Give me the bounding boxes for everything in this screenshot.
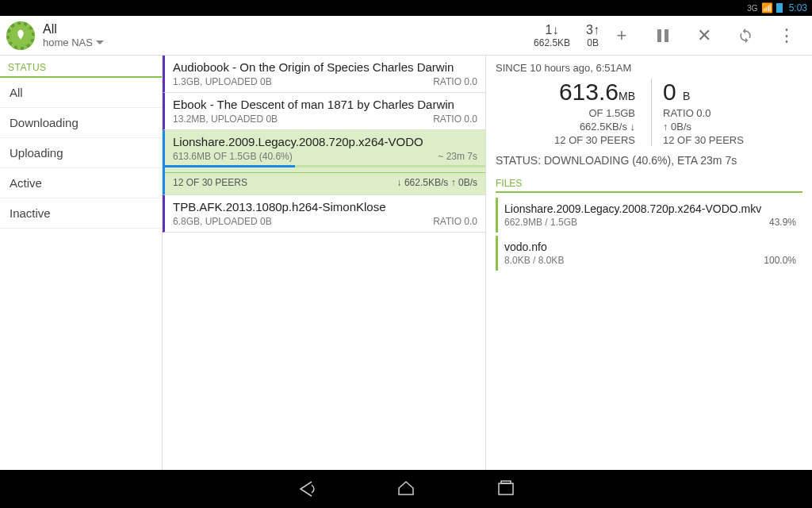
torrent-sub: 6.8GB, UPLOADED 0B — [173, 216, 272, 227]
sidebar-item-all[interactable]: All — [0, 78, 162, 108]
detail-panel: SINCE 10 hours ago, 6:51AM 613.6MB OF 1.… — [486, 56, 812, 470]
up-count: 3↑ — [586, 23, 599, 37]
torrent-row[interactable]: Lionshare.2009.Legacy.2008.720p.x264-VOD… — [163, 130, 485, 195]
peers-count: 12 OF 30 PEERS — [173, 177, 247, 188]
svg-rect-2 — [499, 483, 513, 495]
network-icon: 3G — [747, 4, 757, 13]
svg-rect-1 — [665, 29, 668, 42]
app-logo-icon[interactable] — [6, 21, 35, 50]
transfer-stats: 1↓ 662.5KB 3↑ 0B — [534, 23, 599, 48]
torrent-sub: 613.6MB OF 1.5GB (40.6%) — [173, 151, 293, 162]
ratio: RATIO 0.0 — [663, 107, 744, 119]
subtitle: home NAS — [43, 37, 104, 48]
chevron-down-icon — [96, 40, 104, 45]
torrent-title: Ebook - The Descent of man 1871 by Charl… — [173, 98, 477, 111]
torrent-list: Audiobook - On the Origin of Species Cha… — [163, 56, 486, 470]
torrent-title: Lionshare.2009.Legacy.2008.720p.x264-VOD… — [173, 135, 477, 148]
torrent-ratio: RATIO 0.0 — [433, 216, 477, 227]
home-icon[interactable] — [396, 479, 416, 499]
sidebar-header: STATUS — [0, 56, 162, 78]
svg-rect-3 — [501, 481, 511, 483]
downloaded-value: 613.6MB — [554, 79, 635, 106]
since-label: SINCE 10 hours ago, 6:51AM — [496, 62, 802, 74]
torrent-title: TPB.AFK.2013.1080p.h264-SimonKlose — [173, 200, 477, 214]
files-header: FILES — [496, 173, 802, 193]
recent-icon[interactable] — [496, 479, 516, 499]
stats-row: 613.6MB OF 1.5GB 662.5KB/s ↓ 12 OF 30 PE… — [496, 79, 802, 146]
android-nav-bar — [0, 470, 812, 508]
sidebar-item-inactive[interactable]: Inactive — [0, 198, 162, 229]
down-count: 1↓ — [534, 23, 570, 37]
file-row[interactable]: vodo.nfo8.0KB / 8.0KB100.0% — [496, 236, 802, 271]
svg-rect-0 — [657, 29, 661, 42]
torrent-title: Audiobook - On the Origin of Species Cha… — [173, 60, 477, 74]
pause-icon[interactable] — [653, 26, 672, 45]
clock: 5:03 — [789, 2, 807, 13]
back-icon[interactable] — [296, 479, 316, 499]
download-rate: 662.5KB/s ↓ — [554, 121, 635, 133]
file-name: vodo.nfo — [504, 241, 764, 253]
torrent-row[interactable]: TPB.AFK.2013.1080p.h264-SimonKlose 6.8GB… — [163, 195, 485, 233]
app-window: All home NAS 1↓ 662.5KB 3↑ 0B + ✕ ⋮ — [0, 16, 812, 470]
progress-bar — [165, 165, 485, 167]
file-percent: 43.9% — [769, 217, 796, 228]
title-dropdown[interactable]: All home NAS — [43, 22, 104, 48]
peers-rate: ↓ 662.5KB/s ↑ 0B/s — [397, 177, 477, 188]
torrent-row[interactable]: Audiobook - On the Origin of Species Cha… — [163, 56, 485, 93]
torrent-sub: 1.3GB, UPLOADED 0B — [173, 76, 272, 87]
battery-icon — [776, 3, 783, 13]
file-percent: 100.0% — [764, 255, 796, 266]
down-rate: 662.5KB — [534, 37, 570, 48]
file-size: 662.9MB / 1.5GB — [504, 217, 769, 228]
torrent-ratio: RATIO 0.0 — [433, 76, 477, 87]
close-icon[interactable]: ✕ — [695, 26, 714, 45]
sidebar-item-uploading[interactable]: Uploading — [0, 138, 162, 168]
file-name: Lionshare.2009.Legacy.2008.720p.x264-VOD… — [504, 202, 769, 215]
upload-rate: ↑ 0B/s — [663, 121, 744, 133]
sidebar-item-downloading[interactable]: Downloading — [0, 108, 162, 138]
upload-peers: 12 OF 30 PEERS — [663, 134, 744, 146]
up-rate: 0B — [586, 37, 599, 48]
torrent-sub: 13.2MB, UPLOADED 0B — [173, 114, 278, 125]
uploaded-value: 0 B — [663, 79, 744, 106]
page-title: All — [43, 22, 104, 37]
action-icons: + ✕ ⋮ — [612, 26, 796, 45]
file-size: 8.0KB / 8.0KB — [504, 255, 764, 266]
sidebar-item-active[interactable]: Active — [0, 168, 162, 198]
file-row[interactable]: Lionshare.2009.Legacy.2008.720p.x264-VOD… — [496, 198, 802, 233]
overflow-icon[interactable]: ⋮ — [777, 26, 796, 45]
torrent-ratio: ~ 23m 7s — [438, 151, 477, 162]
status-line: STATUS: DOWNLOADING (40.6%), ETA 23m 7s — [496, 154, 802, 167]
download-peers: 12 OF 30 PEERS — [554, 134, 635, 146]
sidebar: STATUS All Downloading Uploading Active … — [0, 56, 163, 470]
torrent-ratio: RATIO 0.0 — [433, 114, 477, 125]
add-icon[interactable]: + — [612, 26, 631, 45]
downloaded-of: OF 1.5GB — [554, 107, 635, 119]
torrent-row[interactable]: Ebook - The Descent of man 1871 by Charl… — [163, 93, 485, 130]
signal-icon: 📶 — [761, 2, 773, 13]
action-bar: All home NAS 1↓ 662.5KB 3↑ 0B + ✕ ⋮ — [0, 16, 812, 56]
refresh-icon[interactable] — [736, 26, 755, 45]
android-status-bar: 3G 📶 5:03 — [0, 0, 812, 16]
